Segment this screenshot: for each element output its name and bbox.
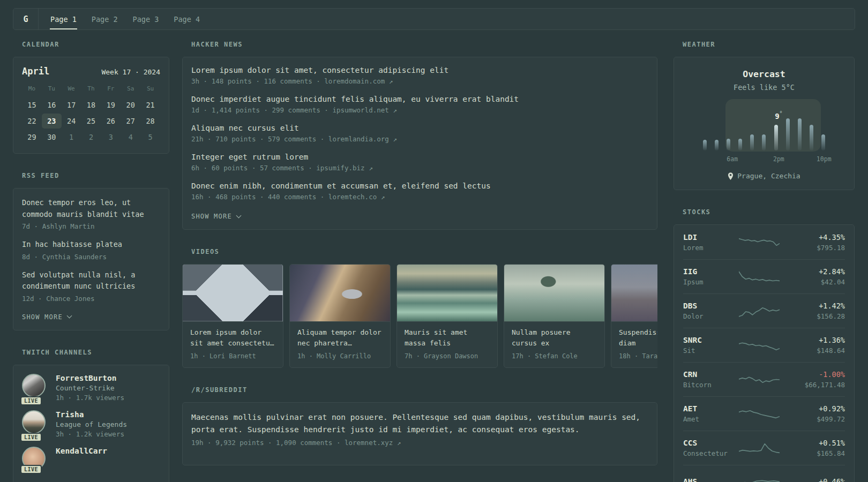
stock-symbol: SNRC bbox=[683, 336, 739, 344]
rss-item-title[interactable]: In hac habitasse platea bbox=[22, 239, 160, 251]
video-thumbnail[interactable] bbox=[290, 265, 390, 322]
avatar[interactable] bbox=[22, 374, 46, 397]
stock-row[interactable]: CRN Bitcorn -1.00% $66,171.48 bbox=[683, 362, 845, 396]
hn-item-title[interactable]: Integer eget rutrum lorem bbox=[191, 153, 648, 161]
weather-hourly-chart: 9° bbox=[703, 103, 825, 150]
hn-item-title[interactable]: Lorem ipsum dolor sit amet, consectetur … bbox=[191, 66, 648, 74]
hacker-news-widget: Lorem ipsum dolor sit amet, consectetur … bbox=[182, 57, 657, 230]
calendar-day: 17 bbox=[62, 97, 81, 112]
stock-change: +1.36% bbox=[817, 336, 845, 344]
section-title-videos: VIDEOS bbox=[191, 248, 657, 255]
calendar-day-next-month: 4 bbox=[121, 130, 140, 145]
video-body: Suspendisse vehicula diam 18h · Tara bbox=[611, 322, 657, 367]
weather-feels-like: Feels like 5°C bbox=[683, 83, 845, 92]
stock-row[interactable]: DBS Dolor +1.42% $156.28 bbox=[683, 293, 845, 328]
stock-change: +2.84% bbox=[819, 267, 845, 276]
location-pin-icon bbox=[728, 172, 734, 180]
video-thumbnail[interactable] bbox=[611, 265, 657, 322]
stock-identity: IIG Ipsum bbox=[683, 267, 739, 286]
hn-item-meta[interactable]: 6h · 60 points · 57 comments · ipsumify.… bbox=[191, 164, 648, 172]
weather-bar-current bbox=[774, 125, 778, 150]
stock-symbol: IIG bbox=[683, 267, 739, 276]
app-logo[interactable]: G bbox=[13, 9, 39, 29]
stock-sparkline bbox=[739, 475, 780, 482]
subreddit-post-meta[interactable]: 19h · 9,932 points · 1,090 comments · lo… bbox=[191, 439, 648, 447]
video-card[interactable]: Nullam posuere cursus ex 17h · Stefan Co… bbox=[504, 264, 605, 368]
stocks-widget: LDI Lorem +4.35% $795.18 IIG Ipsum bbox=[674, 224, 855, 482]
stock-sparkline bbox=[739, 372, 780, 388]
right-column: WEATHER Overcast Feels like 5°C 9° 6am 2… bbox=[674, 41, 855, 482]
stocks-section: STOCKS LDI Lorem +4.35% $795.18 bbox=[674, 208, 855, 482]
stock-sparkline bbox=[739, 337, 780, 353]
stock-price: $156.28 bbox=[817, 312, 845, 320]
stock-row[interactable]: IIG Ipsum +2.84% $42.04 bbox=[683, 259, 845, 293]
weather-widget: Overcast Feels like 5°C 9° 6am 2pm 10pm bbox=[674, 57, 855, 190]
stock-row[interactable]: AET Amet +0.92% $499.72 bbox=[683, 396, 845, 431]
twitch-channel-name[interactable]: Trisha bbox=[56, 410, 127, 419]
stock-row[interactable]: AHS +0.46% bbox=[683, 465, 845, 482]
weather-location: Prague, Czechia bbox=[683, 172, 845, 180]
stock-change: +0.92% bbox=[817, 404, 845, 413]
rss-item-title[interactable]: Sed volutpat nulla nisl, a condimentum n… bbox=[22, 269, 160, 292]
weather-bar bbox=[786, 118, 790, 150]
video-title[interactable]: Nullam posuere cursus ex bbox=[512, 327, 597, 349]
rss-item-title[interactable]: Donec tempor eros leo, ut commodo mauris… bbox=[22, 197, 160, 220]
hn-item-title[interactable]: Donec imperdiet augue tincidunt felis al… bbox=[191, 95, 648, 103]
stock-row[interactable]: CCS Consectetur +0.51% $165.84 bbox=[683, 431, 845, 465]
stock-row[interactable]: SNRC Sit +1.36% $148.64 bbox=[683, 328, 845, 362]
video-card[interactable]: Aliquam tempor dolor nec pharetra… 1h · … bbox=[289, 264, 391, 368]
subreddit-post-title[interactable]: Maecenas mollis pulvinar erat non posuer… bbox=[191, 411, 648, 436]
hn-item-meta[interactable]: 16h · 468 points · 440 comments · loremt… bbox=[191, 193, 648, 201]
twitch-channel-row[interactable]: LIVE Trisha League of Legends 3h · 1.2k … bbox=[22, 410, 160, 438]
calendar-month: April bbox=[22, 66, 49, 77]
video-title[interactable]: Mauris sit amet massa felis bbox=[405, 327, 490, 349]
stock-row[interactable]: LDI Lorem +4.35% $795.18 bbox=[683, 225, 845, 259]
subreddit-post: Maecenas mollis pulvinar erat non posuer… bbox=[191, 411, 648, 447]
hn-item-meta[interactable]: 21h · 710 points · 579 comments · loreml… bbox=[191, 135, 648, 143]
tab-page-1[interactable]: Page 1 bbox=[43, 9, 84, 29]
video-thumbnail[interactable] bbox=[504, 265, 604, 322]
weather-bar bbox=[798, 118, 802, 150]
stock-values: +0.51% $165.84 bbox=[817, 439, 845, 457]
weather-bar bbox=[727, 139, 730, 150]
stock-name: Ipsum bbox=[683, 278, 739, 286]
twitch-channel-row[interactable]: LIVE ForrestBurton Counter-Strike 1h · 1… bbox=[22, 374, 160, 402]
left-column: CALENDAR April Week 17 · 2024 Mo Tu We T… bbox=[13, 41, 169, 482]
chevron-down-icon bbox=[236, 213, 241, 218]
weekday-label: Mo bbox=[22, 85, 42, 96]
hn-show-more-button[interactable]: SHOW MORE bbox=[191, 213, 241, 220]
video-card[interactable]: Mauris sit amet massa felis 7h · Grayson… bbox=[396, 264, 498, 368]
calendar-day: 21 bbox=[140, 97, 160, 112]
weather-bar bbox=[762, 134, 766, 150]
video-title[interactable]: Lorem ipsum dolor sit amet consectetu… bbox=[190, 327, 275, 349]
twitch-channel-game: League of Legends bbox=[56, 420, 127, 428]
tab-page-3[interactable]: Page 3 bbox=[125, 9, 167, 29]
rss-show-more-button[interactable]: SHOW MORE bbox=[22, 313, 71, 321]
calendar-day: 27 bbox=[121, 114, 140, 129]
stock-symbol: CCS bbox=[683, 439, 739, 447]
video-thumbnail[interactable] bbox=[183, 265, 283, 322]
calendar-grid: Mo Tu We Th Fr Sa Su 15 16 17 18 19 20 2… bbox=[22, 85, 160, 145]
hn-item-title[interactable]: Aliquam nec cursus elit bbox=[191, 124, 648, 132]
calendar-header: April Week 17 · 2024 bbox=[22, 66, 160, 77]
live-badge: LIVE bbox=[20, 433, 42, 442]
twitch-channel-name[interactable]: ForrestBurton bbox=[56, 374, 124, 382]
video-title[interactable]: Suspendisse vehicula diam bbox=[619, 327, 657, 349]
video-thumbnail[interactable] bbox=[397, 265, 497, 322]
hn-item-meta[interactable]: 3h · 148 points · 116 comments · loremdo… bbox=[191, 77, 648, 85]
weather-location-label: Prague, Czechia bbox=[737, 172, 800, 180]
twitch-channel-row[interactable]: LIVE KendallCarr bbox=[22, 447, 160, 470]
hn-item-meta[interactable]: 1d · 1,414 points · 299 comments · ipsum… bbox=[191, 106, 648, 114]
tab-page-4[interactable]: Page 4 bbox=[166, 9, 207, 29]
rss-item: In hac habitasse platea 8d · Cynthia Sau… bbox=[22, 239, 160, 261]
avatar[interactable] bbox=[22, 410, 46, 434]
video-card[interactable]: Lorem ipsum dolor sit amet consectetu… 1… bbox=[182, 264, 283, 368]
tab-page-2[interactable]: Page 2 bbox=[84, 9, 125, 29]
video-card[interactable]: Suspendisse vehicula diam 18h · Tara bbox=[611, 264, 657, 368]
twitch-channel-name[interactable]: KendallCarr bbox=[56, 447, 107, 455]
rss-item: Donec tempor eros leo, ut commodo mauris… bbox=[22, 197, 160, 230]
hn-item-title[interactable]: Donec enim nibh, condimentum et accumsan… bbox=[191, 182, 648, 190]
dashboard-page: G Page 1 Page 2 Page 3 Page 4 CALENDAR A… bbox=[0, 0, 868, 482]
video-title[interactable]: Aliquam tempor dolor nec pharetra… bbox=[297, 327, 383, 349]
chevron-down-icon bbox=[66, 313, 72, 319]
